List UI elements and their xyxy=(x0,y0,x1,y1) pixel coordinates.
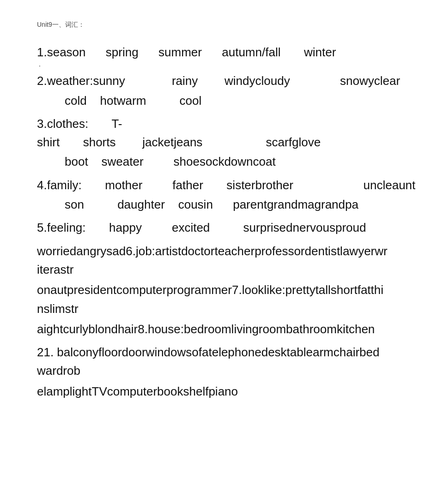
section-family: 4.family: mother father sisterbrother un… xyxy=(37,176,388,214)
house-line1: aightcurlyblondhair8.house:bedroomliving… xyxy=(37,320,388,338)
clothes-line2: boot sweater shoesockdowncoat xyxy=(37,152,388,171)
page-container: Unit9一、词汇： 1.season spring summer autumn… xyxy=(0,0,425,431)
season-line1: 1.season spring summer autumn/fall winte… xyxy=(37,43,388,61)
section-clothes: 3.clothes: T-shirt shorts jacketjeans sc… xyxy=(37,114,388,171)
jobs-line1: worriedangrysad6.job:artistdoctorteacher… xyxy=(37,242,388,279)
season-dot: · xyxy=(37,62,388,69)
family-line1: 4.family: mother father sisterbrother un… xyxy=(37,176,388,194)
rooms-line1: 21. balconyfloordoorwindowsofatelephoned… xyxy=(37,343,388,380)
family-line2: son daughter cousin parentgrandmagrandpa xyxy=(37,195,388,214)
section-feeling: 5.feeling: happy excited surprisednervou… xyxy=(37,218,388,237)
clothes-line1: 3.clothes: T-shirt shorts jacketjeans sc… xyxy=(37,114,388,152)
section-season: 1.season spring summer autumn/fall winte… xyxy=(37,43,388,69)
weather-line2: cold hotwarm cool xyxy=(37,91,388,110)
rooms-line2: elamplightTVcomputerbookshelfpiano xyxy=(37,382,388,401)
jobs-line2: onautpresidentcomputerprogrammer7.lookli… xyxy=(37,281,388,318)
section-weather: 2.weather:sunny rainy windycloudy snowyc… xyxy=(37,72,388,110)
section-rooms: 21. balconyfloordoorwindowsofatelephoned… xyxy=(37,343,388,401)
feeling-line1: 5.feeling: happy excited surprisednervou… xyxy=(37,218,388,237)
weather-line1: 2.weather:sunny rainy windycloudy snowyc… xyxy=(37,72,388,90)
page-title: Unit9一、词汇： xyxy=(37,21,388,29)
section-jobs-looklike: worriedangrysad6.job:artistdoctorteacher… xyxy=(37,242,388,338)
